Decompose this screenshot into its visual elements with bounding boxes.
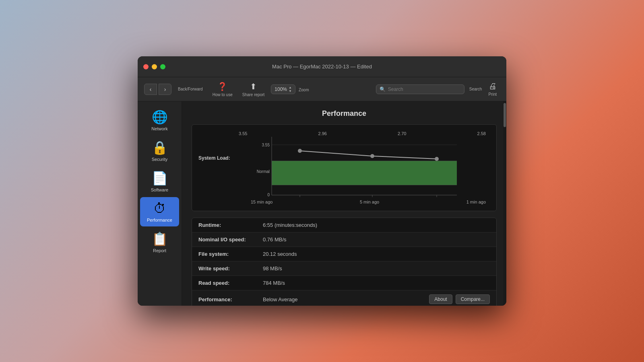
sidebar-item-network-label: Network <box>151 126 167 131</box>
software-icon: 📄 <box>152 171 168 186</box>
stat-label-write: Write speed: <box>198 265 263 272</box>
sidebar-item-software[interactable]: 📄 Software <box>140 167 179 196</box>
stat-value-write: 98 MB/s <box>263 265 490 272</box>
content-area: Performance System Load: 3.55 2.96 2.70 … <box>182 101 506 306</box>
how-to-use-item[interactable]: ❓ How to use <box>209 80 236 99</box>
main-area: 🌐 Network 🔒 Security 📄 Software ⏱ Perfor… <box>138 101 506 306</box>
stat-row-filesystem: File system: 20.12 seconds <box>192 247 496 261</box>
forward-button[interactable]: › <box>159 84 171 95</box>
sidebar-item-security[interactable]: 🔒 Security <box>140 136 179 166</box>
chart-x-labels: 15 min ago 5 min ago 1 min ago <box>231 199 490 204</box>
stat-label-performance: Performance: <box>198 296 263 302</box>
x-label-2: 5 min ago <box>360 200 379 204</box>
traffic-lights <box>143 64 165 69</box>
svg-point-7 <box>370 154 374 158</box>
svg-text:3.55: 3.55 <box>262 143 270 147</box>
zoom-label: Zoom <box>299 88 309 92</box>
chart-val-4: 2.58 <box>477 131 486 136</box>
chart-val-3: 2.70 <box>398 131 406 136</box>
chart-svg: 3.55 Normal 0 <box>231 137 490 197</box>
stat-value-filesystem: 20.12 seconds <box>263 251 490 257</box>
search-input[interactable] <box>388 86 461 92</box>
stat-label-runtime: Runtime: <box>198 222 263 228</box>
stats-table: Runtime: 6:55 (minutes:seconds) Nominal … <box>192 218 497 306</box>
minimize-button[interactable] <box>152 64 157 69</box>
zoom-arrows: ▲ ▼ <box>289 86 292 93</box>
stat-value-read: 784 MB/s <box>263 280 490 286</box>
print-label: Print <box>488 92 497 97</box>
stat-row-write: Write speed: 98 MB/s <box>192 261 496 276</box>
sidebar-item-security-label: Security <box>152 157 168 162</box>
chart-top-values: 3.55 2.96 2.70 2.58 <box>231 131 490 137</box>
print-icon: 🖨 <box>489 82 497 91</box>
share-report-label: Share report <box>242 93 265 97</box>
scrollbar-thumb[interactable] <box>504 103 506 127</box>
back-forward-label: Back/Forward <box>178 87 203 91</box>
zoom-value: 100% <box>275 86 287 92</box>
close-button[interactable] <box>143 64 149 69</box>
chart-container: System Load: 3.55 2.96 2.70 2.58 <box>192 124 497 211</box>
network-icon: 🌐 <box>152 109 168 125</box>
sidebar-item-software-label: Software <box>151 187 168 192</box>
svg-text:Normal: Normal <box>257 169 270 174</box>
svg-text:0: 0 <box>267 193 270 197</box>
section-title: Performance <box>192 109 497 118</box>
stat-row-io: Nominal I/O speed: 0.76 MB/s <box>192 232 496 247</box>
scrollbar[interactable] <box>503 101 506 306</box>
stat-value-performance: Below Average <box>263 296 429 302</box>
stat-label-io: Nominal I/O speed: <box>198 237 263 243</box>
fullscreen-button[interactable] <box>160 64 165 69</box>
sidebar-item-performance-label: Performance <box>147 218 172 222</box>
sidebar-item-network[interactable]: 🌐 Network <box>140 105 179 135</box>
sidebar-item-performance[interactable]: ⏱ Performance <box>140 197 179 226</box>
share-icon: ⬆ <box>250 82 257 91</box>
how-to-use-label: How to use <box>213 93 233 97</box>
x-label-1: 15 min ago <box>251 200 272 204</box>
sidebar-item-report[interactable]: 📋 Report <box>140 227 179 257</box>
stat-value-io: 0.76 MB/s <box>263 237 490 243</box>
chart-val-1: 3.55 <box>239 131 247 136</box>
stat-label-read: Read speed: <box>198 280 263 286</box>
share-report-item[interactable]: ⬆ Share report <box>239 80 268 99</box>
nav-button-group: ‹ › <box>144 84 171 95</box>
sidebar: 🌐 Network 🔒 Security 📄 Software ⏱ Perfor… <box>138 101 182 306</box>
svg-point-6 <box>298 149 302 153</box>
window-title: Mac Pro — EgorMac 2022-10-13 — Edited <box>142 64 502 70</box>
main-window: Mac Pro — EgorMac 2022-10-13 — Edited ‹ … <box>138 56 506 306</box>
stat-value-runtime: 6:55 (minutes:seconds) <box>263 222 490 228</box>
system-load-label: System Load: <box>198 131 231 161</box>
performance-icon: ⏱ <box>153 201 166 216</box>
search-icon: 🔍 <box>380 86 386 92</box>
print-button[interactable]: 🖨 Print <box>485 80 500 98</box>
back-button[interactable]: ‹ <box>144 84 157 95</box>
compare-button[interactable]: Compare... <box>456 294 490 304</box>
svg-rect-0 <box>272 161 457 185</box>
titlebar: Mac Pro — EgorMac 2022-10-13 — Edited <box>138 56 506 77</box>
stat-label-filesystem: File system: <box>198 251 263 257</box>
toolbar: ‹ › Back/Forward ❓ How to use ⬆ Share re… <box>138 77 506 101</box>
stat-row-performance: Performance: Below Average About Compare… <box>192 290 496 306</box>
zoom-control[interactable]: 100% ▲ ▼ <box>271 84 295 94</box>
stat-row-read: Read speed: 784 MB/s <box>192 276 496 290</box>
search-box[interactable]: 🔍 <box>376 84 464 94</box>
about-button[interactable]: About <box>429 294 452 304</box>
back-forward-item: Back/Forward <box>175 85 206 93</box>
svg-point-8 <box>435 157 439 161</box>
search-label: Search <box>469 87 482 91</box>
performance-actions: About Compare... <box>429 294 490 304</box>
report-icon: 📋 <box>152 231 168 247</box>
x-label-3: 1 min ago <box>466 200 486 204</box>
security-icon: 🔒 <box>152 140 168 155</box>
stat-row-runtime: Runtime: 6:55 (minutes:seconds) <box>192 218 496 232</box>
chart-val-2: 2.96 <box>318 131 327 136</box>
help-icon: ❓ <box>217 82 227 91</box>
sidebar-item-report-label: Report <box>153 248 166 253</box>
